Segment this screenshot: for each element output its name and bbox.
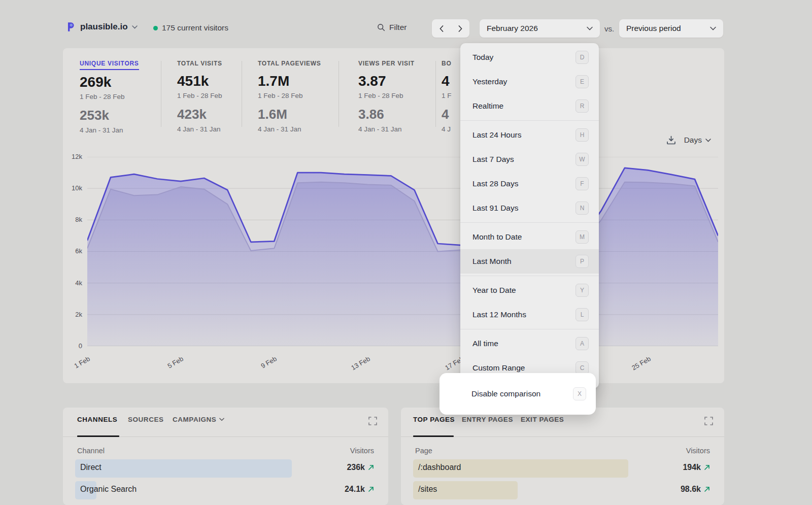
disable-comparison-spotlight: Disable comparison X xyxy=(439,373,596,415)
shortcut-badge: X xyxy=(573,387,586,400)
plausible-dashboard: plausible.io 175 current visitors Filter… xyxy=(0,0,812,505)
menu-item-label: Disable comparison xyxy=(471,389,540,398)
menu-item-disable-comparison[interactable]: Disable comparison X xyxy=(439,382,596,406)
dim-overlay xyxy=(0,0,812,505)
